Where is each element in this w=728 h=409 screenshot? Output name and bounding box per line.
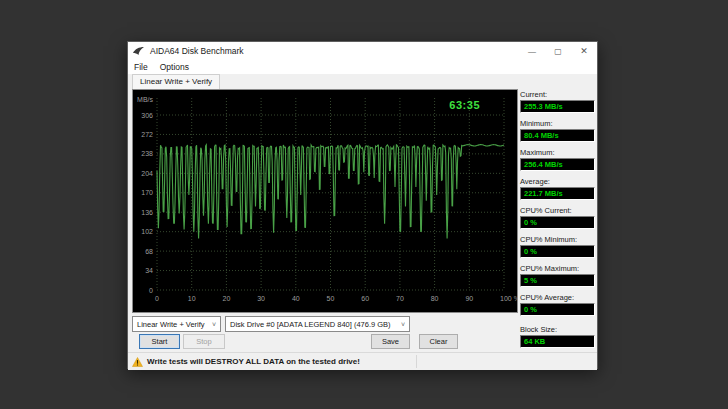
titlebar[interactable]: AIDA64 Disk Benchmark — ▢ ✕ [128,42,597,60]
stat-label: Block Size: [520,324,597,335]
stat-value: 0 % [520,245,595,258]
stat-label: Maximum: [520,147,597,158]
y-axis-tick-label: 102 [141,228,153,235]
stat-value: 0 % [520,216,595,229]
y-axis-tick-label: 68 [145,248,153,255]
aida64-logo-icon [133,46,145,56]
stat-value: 255.3 MB/s [520,100,595,113]
chevron-down-icon: ˅ [212,321,216,328]
stats-panel: Current:255.3 MB/sMinimum:80.4 MB/sMaxim… [520,89,597,353]
x-axis-tick-label: 40 [292,295,300,302]
chevron-down-icon: ˅ [401,321,405,328]
y-axis-unit-label: MB/s [137,96,153,103]
clear-button[interactable]: Clear [419,334,458,349]
statusbar: Write tests will DESTROY ALL DATA on the… [128,352,597,370]
desktop: { "window": { "title": "AIDA64 Disk Benc… [0,0,728,409]
x-axis-tick-label: 0 [155,295,159,302]
stat-label: Current: [520,89,597,100]
menu-item-file[interactable]: File [128,60,154,74]
warning-text: Write tests will DESTROY ALL DATA on the… [147,357,360,366]
y-axis-tick-label: 306 [141,112,153,119]
test-type-value: Linear Write + Verify [137,320,205,329]
stat-group: CPU% Average:0 % [520,292,597,316]
benchmark-chart: MB/s034681021361702042382723060102030405… [132,89,518,313]
elapsed-time: 63:35 [449,99,480,111]
x-axis-tick-label: 100 % [500,295,517,302]
y-axis-tick-label: 0 [149,287,153,294]
stat-group: Current:255.3 MB/s [520,89,597,113]
stat-value: 64 KB [520,335,595,348]
window-title: AIDA64 Disk Benchmark [150,46,519,56]
y-axis-tick-label: 170 [141,189,153,196]
x-axis-tick-label: 70 [396,295,404,302]
statusbar-divider [416,355,417,368]
maximize-button[interactable]: ▢ [545,42,571,60]
stat-label: Average: [520,176,597,187]
tab-linear-write-verify[interactable]: Linear Write + Verify [132,74,220,89]
tabstrip: Linear Write + Verify [128,74,597,89]
menu-item-options[interactable]: Options [154,60,195,74]
benchmark-chart-svg: MB/s034681021361702042382723060102030405… [133,90,517,312]
x-axis-tick-label: 20 [223,295,231,302]
stat-group: CPU% Current:0 % [520,205,597,229]
x-axis-tick-label: 50 [327,295,335,302]
stat-value: 221.7 MB/s [520,187,595,200]
y-axis-tick-label: 238 [141,150,153,157]
stat-group: CPU% Minimum:0 % [520,234,597,258]
stat-value: 256.4 MB/s [520,158,595,171]
stat-group: Minimum:80.4 MB/s [520,118,597,142]
stat-label: CPU% Current: [520,205,597,216]
stat-label: CPU% Minimum: [520,234,597,245]
x-axis-tick-label: 30 [257,295,265,302]
stat-value: 0 % [520,303,595,316]
aida64-disk-benchmark-window: AIDA64 Disk Benchmark — ▢ ✕ File Options… [127,41,598,369]
test-type-dropdown[interactable]: Linear Write + Verify ˅ [132,316,221,332]
x-axis-tick-label: 90 [465,295,473,302]
x-axis-tick-label: 60 [361,295,369,302]
stat-group: Maximum:256.4 MB/s [520,147,597,171]
minimize-button[interactable]: — [519,42,545,60]
warning-icon [132,357,143,367]
stat-label: Minimum: [520,118,597,129]
start-button[interactable]: Start [139,334,180,349]
drive-value: Disk Drive #0 [ADATA LEGEND 840] (476.9 … [230,320,391,329]
stop-button[interactable]: Stop [183,334,225,349]
drive-dropdown[interactable]: Disk Drive #0 [ADATA LEGEND 840] (476.9 … [225,316,410,332]
stat-label: CPU% Average: [520,292,597,303]
menubar: File Options [128,60,597,74]
stat-value: 5 % [520,274,595,287]
save-button[interactable]: Save [371,334,410,349]
stat-value: 80.4 MB/s [520,129,595,142]
stat-group: CPU% Maximum:5 % [520,263,597,287]
stat-group: Average:221.7 MB/s [520,176,597,200]
y-axis-tick-label: 136 [141,209,153,216]
x-axis-tick-label: 80 [431,295,439,302]
stat-group: Block Size:64 KB [520,324,597,348]
y-axis-tick-label: 272 [141,131,153,138]
x-axis-tick-label: 10 [188,295,196,302]
close-button[interactable]: ✕ [571,42,597,60]
y-axis-tick-label: 204 [141,170,153,177]
y-axis-tick-label: 34 [145,267,153,274]
stat-label: CPU% Maximum: [520,263,597,274]
